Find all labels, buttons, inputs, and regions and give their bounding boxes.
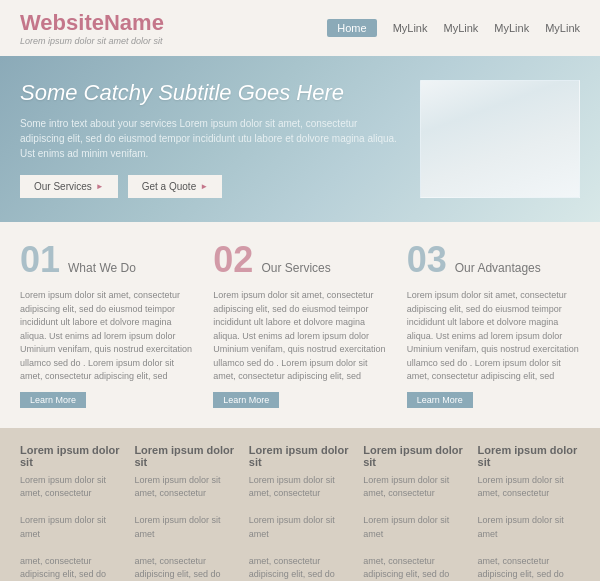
nav-home[interactable]: Home <box>327 19 376 37</box>
footer-col-2-text: Lorem ipsum dolor sit amet, consecteturL… <box>134 474 236 582</box>
hero-buttons: Our Services ► Get a Quote ► <box>20 175 404 198</box>
features-section: 01 What We Do Lorem ipsum dolor sit amet… <box>0 222 600 428</box>
feature-2-title: Our Services <box>261 261 330 275</box>
footer-col-4-title: Lorem ipsum dolor sit <box>363 444 465 468</box>
footer-col-1-title: Lorem ipsum dolor sit <box>20 444 122 468</box>
nav-link-3[interactable]: MyLink <box>494 22 529 34</box>
get-quote-button[interactable]: Get a Quote ► <box>128 175 222 198</box>
hero-image-inner <box>421 81 579 197</box>
feature-3-title: Our Advantages <box>455 261 541 275</box>
footer-col-2: Lorem ipsum dolor sit Lorem ipsum dolor … <box>134 444 236 582</box>
footer-col-2-title: Lorem ipsum dolor sit <box>134 444 236 468</box>
our-services-button[interactable]: Our Services ► <box>20 175 118 198</box>
feature-3-text: Lorem ipsum dolor sit amet, consectetur … <box>407 289 580 384</box>
logo: WebsiteName Lorem ipsum dolor sit amet d… <box>20 10 164 46</box>
footer-col-1: Lorem ipsum dolor sit Lorem ipsum dolor … <box>20 444 122 582</box>
footer-col-3-title: Lorem ipsum dolor sit <box>249 444 351 468</box>
feature-3-learn-button[interactable]: Learn More <box>407 392 473 408</box>
nav-link-2[interactable]: MyLink <box>443 22 478 34</box>
hero-image <box>420 80 580 198</box>
footer-columns: Lorem ipsum dolor sit Lorem ipsum dolor … <box>0 428 600 582</box>
main-nav: Home MyLink MyLink MyLink MyLink <box>327 19 580 37</box>
nav-link-1[interactable]: MyLink <box>393 22 428 34</box>
footer-col-3: Lorem ipsum dolor sit Lorem ipsum dolor … <box>249 444 351 582</box>
arrow-icon-2: ► <box>200 182 208 191</box>
hero-section: Some Catchy Subtitle Goes Here Some intr… <box>0 56 600 222</box>
hero-text: Some Catchy Subtitle Goes Here Some intr… <box>20 80 404 198</box>
nav-link-4[interactable]: MyLink <box>545 22 580 34</box>
feature-1-header: 01 What We Do <box>20 242 193 283</box>
feature-1-learn-button[interactable]: Learn More <box>20 392 86 408</box>
feature-3-number: 03 <box>407 242 447 278</box>
footer-col-5-title: Lorem ipsum dolor sit <box>478 444 580 468</box>
arrow-icon: ► <box>96 182 104 191</box>
hero-title: Some Catchy Subtitle Goes Here <box>20 80 404 106</box>
logo-text-part2: Name <box>104 10 164 35</box>
feature-3-header: 03 Our Advantages <box>407 242 580 283</box>
footer-col-4-text: Lorem ipsum dolor sit amet, consecteturL… <box>363 474 465 582</box>
logo-title: WebsiteName <box>20 10 164 36</box>
footer-col-5-text: Lorem ipsum dolor sit amet, consecteturL… <box>478 474 580 582</box>
logo-text-part1: Website <box>20 10 104 35</box>
feature-1: 01 What We Do Lorem ipsum dolor sit amet… <box>20 242 193 408</box>
feature-3: 03 Our Advantages Lorem ipsum dolor sit … <box>407 242 580 408</box>
feature-1-number: 01 <box>20 242 60 278</box>
footer-col-5: Lorem ipsum dolor sit Lorem ipsum dolor … <box>478 444 580 582</box>
feature-2-text: Lorem ipsum dolor sit amet, consectetur … <box>213 289 386 384</box>
hero-description: Some intro text about your services Lore… <box>20 116 404 161</box>
feature-2-header: 02 Our Services <box>213 242 386 283</box>
feature-1-text: Lorem ipsum dolor sit amet, consectetur … <box>20 289 193 384</box>
footer-col-4: Lorem ipsum dolor sit Lorem ipsum dolor … <box>363 444 465 582</box>
feature-2-learn-button[interactable]: Learn More <box>213 392 279 408</box>
footer-col-1-text: Lorem ipsum dolor sit amet, consecteturL… <box>20 474 122 582</box>
logo-subtitle: Lorem ipsum dolor sit amet dolor sit <box>20 36 164 46</box>
feature-2: 02 Our Services Lorem ipsum dolor sit am… <box>213 242 386 408</box>
feature-2-number: 02 <box>213 242 253 278</box>
feature-1-title: What We Do <box>68 261 136 275</box>
header: WebsiteName Lorem ipsum dolor sit amet d… <box>0 0 600 56</box>
footer-col-3-text: Lorem ipsum dolor sit amet, consecteturL… <box>249 474 351 582</box>
